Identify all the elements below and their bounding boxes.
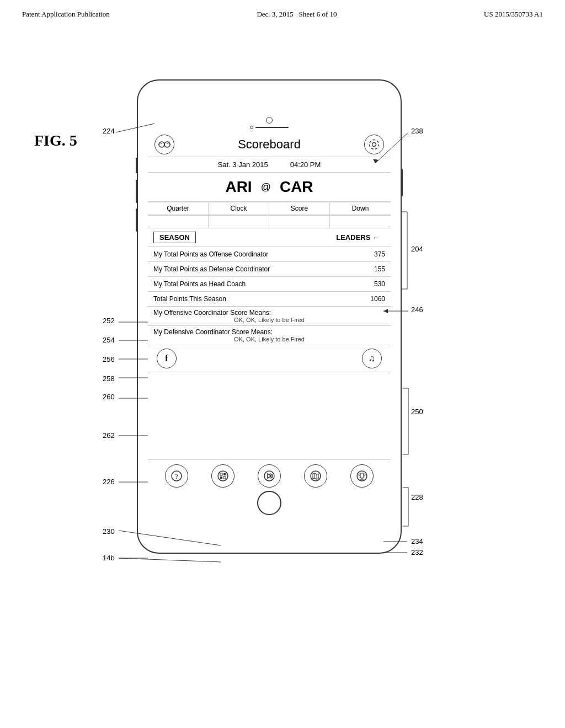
ref-228: 228 — [411, 493, 423, 501]
svg-rect-10 — [220, 473, 222, 475]
svg-point-6 — [370, 140, 379, 149]
col-down: Down — [330, 202, 391, 215]
ref-204: 204 — [411, 245, 423, 253]
phone-camera — [266, 117, 273, 124]
facebook-icon[interactable]: f — [157, 349, 177, 368]
stats-table-headers: Quarter Clock Score Down — [148, 202, 391, 216]
team-away: CAR — [280, 178, 313, 196]
stat-row-headcoach: My Total Points as Head Coach 530 — [148, 277, 391, 292]
tab-leaders: LEADERS ← — [336, 233, 380, 242]
ref-246: 246 — [411, 306, 423, 314]
tabs-row: SEASON LEADERS ← — [148, 228, 391, 247]
stat-value-headcoach: 530 — [374, 280, 385, 288]
header-patent: US 2015/350733 A1 — [484, 10, 543, 19]
ref-226: 226 — [103, 478, 115, 486]
svg-text:?: ? — [175, 472, 178, 480]
stat-label-headcoach: My Total Points as Head Coach — [153, 280, 374, 288]
stat-value-defense: 155 — [374, 265, 385, 273]
svg-rect-13 — [223, 477, 226, 479]
social-icons-row: f ♫ — [148, 345, 391, 372]
ref-260: 260 — [103, 393, 115, 401]
app-logo-icon[interactable] — [154, 135, 174, 154]
col-clock: Clock — [209, 202, 269, 215]
play-nav-icon[interactable] — [258, 464, 281, 488]
help-nav-icon[interactable]: ? — [165, 464, 188, 488]
stat-label-total: Total Points This Season — [153, 295, 370, 303]
svg-point-5 — [372, 143, 376, 147]
stat-label-offense: My Total Points as Offense Coordinator — [153, 250, 374, 258]
speaker-dot — [250, 126, 253, 129]
ref-238: 238 — [411, 127, 423, 135]
speaker-line — [255, 127, 289, 128]
ref-252: 252 — [103, 317, 115, 325]
map-nav-icon[interactable] — [304, 464, 327, 488]
stat-value-total: 1060 — [370, 295, 385, 303]
ref-262: 262 — [103, 431, 115, 440]
stat-multiline-defense: My Defensive Coordinator Score Means: OK… — [148, 326, 391, 345]
phone-power-button — [401, 169, 403, 196]
ref-254: 254 — [103, 336, 115, 344]
ref-232: 232 — [411, 548, 423, 556]
ref-258: 258 — [103, 374, 115, 383]
teams-row: ARI @ CAR — [148, 173, 391, 202]
val-quarter — [148, 216, 209, 228]
phone-volume-down — [136, 208, 138, 232]
figure-label: FIG. 5 — [34, 132, 77, 149]
ref-230: 230 — [103, 527, 115, 536]
svg-point-0 — [159, 142, 164, 147]
header-left: Patent Application Publication — [22, 10, 110, 19]
patent-header: Patent Application Publication Dec. 3, 2… — [0, 0, 565, 24]
game-date: Sat. 3 Jan 2015 — [218, 160, 268, 169]
ref-234: 234 — [411, 537, 423, 545]
ref-14b: 14b — [103, 554, 115, 562]
phone-speaker — [250, 126, 289, 129]
app-header: Scoreboard — [148, 132, 391, 157]
stat-row-defense: My Total Points as Defense Coordinator 1… — [148, 262, 391, 277]
home-button-area — [148, 491, 391, 515]
home-button[interactable] — [257, 491, 281, 515]
tab-season[interactable]: SEASON — [153, 232, 196, 243]
val-down — [330, 216, 391, 228]
phone-status-bar — [148, 113, 391, 132]
ref-224: 224 — [103, 127, 115, 135]
stat-multiline-defense-sub: OK, OK, Likely to be Fired — [153, 336, 385, 342]
stat-multiline-offense-label: My Offensive Coordinator Score Means: — [153, 309, 385, 317]
settings-icon[interactable] — [364, 135, 384, 154]
svg-line-49 — [119, 558, 221, 562]
stat-multiline-offense: My Offensive Coordinator Score Means: OK… — [148, 307, 391, 326]
app-title: Scoreboard — [238, 137, 301, 152]
svg-point-18 — [311, 471, 321, 481]
val-score — [269, 216, 330, 228]
stat-row-total: Total Points This Season 1060 — [148, 292, 391, 307]
phone-screen: Scoreboard Sat. 3 Jan 2015 04:20 PM ARI … — [148, 113, 391, 521]
col-score: Score — [269, 202, 330, 215]
date-time-row: Sat. 3 Jan 2015 04:20 PM — [148, 157, 391, 173]
val-clock — [209, 216, 269, 228]
svg-rect-12 — [220, 477, 222, 479]
stats-table-values — [148, 216, 391, 228]
at-symbol: @ — [261, 181, 271, 193]
stat-value-offense: 375 — [374, 250, 385, 258]
team-home: ARI — [225, 178, 252, 196]
game-time: 04:20 PM — [290, 160, 321, 169]
bottom-nav: ? — [148, 459, 391, 492]
leaders-arrow-icon: ← — [372, 233, 380, 242]
phone-mute-switch — [136, 158, 138, 173]
ref-256: 256 — [103, 355, 115, 363]
trophy-nav-icon[interactable] — [350, 464, 374, 488]
svg-point-1 — [164, 142, 170, 147]
main-content: FIG. 5 224 238 204 246 252 254 256 258 2… — [0, 24, 565, 719]
twitter-icon[interactable]: ♫ — [362, 349, 382, 368]
stat-row-offense: My Total Points as Offense Coordinator 3… — [148, 247, 391, 262]
phone-volume-up — [136, 180, 138, 203]
header-center: Dec. 3, 2015 Sheet 6 of 10 — [257, 10, 337, 19]
svg-rect-11 — [223, 473, 226, 475]
svg-point-9 — [218, 471, 228, 481]
schedule-nav-icon[interactable] — [211, 464, 234, 488]
stat-label-defense: My Total Points as Defense Coordinator — [153, 265, 374, 273]
col-quarter: Quarter — [148, 202, 209, 215]
stat-multiline-offense-sub: OK, OK, Likely to be Fired — [153, 317, 385, 323]
ref-250: 250 — [411, 408, 423, 416]
stat-multiline-defense-label: My Defensive Coordinator Score Means: — [153, 328, 385, 336]
